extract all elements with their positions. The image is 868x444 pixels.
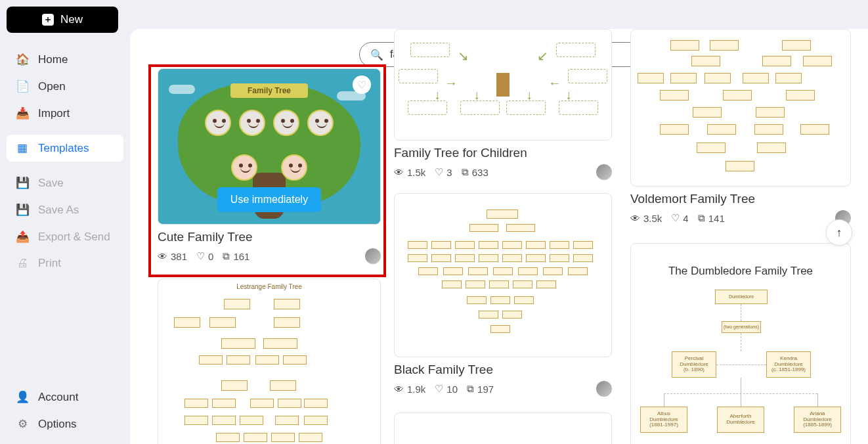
copy-icon: ⧉ [467,383,474,395]
card-stats: 👁381 ♡0 ⧉161 [158,248,381,264]
sidebar-item-templates[interactable]: ▦Templates [7,135,123,162]
heart-icon: ♡ [435,166,443,178]
home-icon: 🏠 [16,53,29,66]
copy-icon: ⧉ [223,250,230,262]
search-icon: 🔍 [370,49,383,61]
gear-icon: ⚙ [16,417,29,431]
favorite-button[interactable]: ♡ [353,76,371,94]
save-icon: 💾 [16,176,29,190]
card-title: Cute Family Tree [158,230,381,244]
card-stats: 👁3.5k ♡4 ⧉141 [630,210,851,226]
sidebar-item-home[interactable]: 🏠Home [7,46,123,73]
account-icon: 👤 [16,390,29,404]
copy-icon: ⧉ [698,212,705,224]
sidebar-item-account[interactable]: 👤Account [7,384,123,411]
template-card-voldemort[interactable]: Voldemort Family Tree 👁3.5k ♡4 ⧉141 [630,29,851,226]
sidebar-item-save-as: 💾Save As [7,196,123,223]
sidebar-item-import[interactable]: 📥Import [7,100,123,127]
sidebar-item-options[interactable]: ⚙Options [7,411,123,437]
sidebar-item-print: 🖨Print [7,250,123,277]
sidebar-item-export: 📤Export & Send [7,223,123,250]
plus-icon: ＋ [42,14,54,26]
heart-icon: ♡ [435,383,443,395]
export-icon: 📤 [16,230,29,244]
heart-icon: ♡ [671,212,680,224]
sidebar-item-open[interactable]: 📄Open [7,73,123,100]
import-icon: 📥 [16,106,29,120]
template-card-cute[interactable]: Family Tree ♡ Use immediately Cute Famil… [158,68,381,264]
eye-icon: 👁 [394,167,404,178]
new-button[interactable]: ＋ New [7,7,118,33]
new-button-label: New [60,13,83,26]
author-avatar[interactable] [365,248,381,264]
open-icon: 📄 [16,79,29,93]
thumb-title: The Dumbledore Family Tree [631,265,850,278]
print-icon: 🖨 [16,257,29,270]
sidebar: ＋ New 🏠Home 📄Open 📥Import ▦Templates 💾Sa… [0,0,130,444]
eye-icon: 👁 [158,251,167,262]
card-stats: 👁1.5k ♡3 ⧉633 [394,164,612,180]
banner-label: Family Tree [230,83,308,98]
scroll-to-top-button[interactable]: ↑ [826,219,852,246]
eye-icon: 👁 [630,213,640,224]
card-title: Voldemort Family Tree [630,192,851,206]
template-card-children[interactable]: ↘ ↙ → ← ↓ ↓ ↓ ↓ Family Tree for Children… [394,29,612,180]
save-as-icon: 💾 [16,203,29,217]
author-avatar[interactable] [596,381,612,397]
sidebar-item-save: 💾Save [7,169,123,196]
thumb-title: Lestrange Family Tree [158,283,380,290]
card-stats: 👁1.9k ♡10 ⧉197 [394,381,612,397]
eye-icon: 👁 [394,384,404,395]
template-card-black[interactable]: Black Family Tree 👁1.9k ♡10 ⧉197 [394,193,612,397]
copy-icon: ⧉ [462,166,469,178]
use-immediately-button[interactable]: Use immediately [217,187,321,212]
template-card-lestrange[interactable]: Lestrange Family Tree [158,278,381,444]
card-title: Family Tree for Children [394,146,612,160]
template-card-empty[interactable] [394,412,612,444]
main: 🔍 All Family Tree [130,0,868,444]
templates-icon: ▦ [16,141,29,155]
heart-icon: ♡ [196,250,205,262]
card-title: Black Family Tree [394,363,612,377]
content: 🔍 All Family Tree [130,29,868,444]
template-card-dumbledore[interactable]: The Dumbledore Family Tree Dumbledore (t… [630,243,851,444]
author-avatar[interactable] [596,164,612,180]
